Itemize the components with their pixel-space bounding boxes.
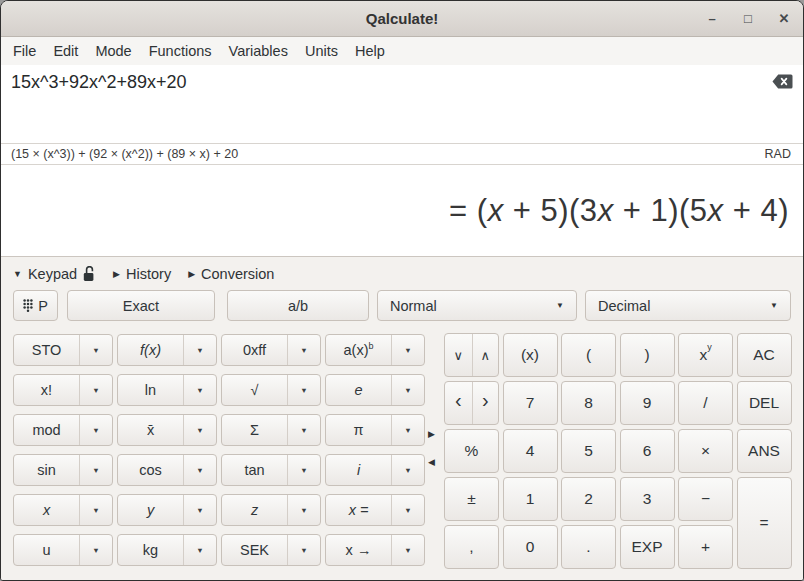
keypad-button-unit-sek[interactable]: SEK▼	[221, 534, 321, 566]
keypad-button-factorial-label[interactable]: x!	[14, 375, 79, 405]
keypad-button-mod[interactable]: mod▼	[13, 414, 113, 446]
keypad-button-paren-open[interactable]: (	[561, 333, 616, 377]
keypad-button-pi[interactable]: π▼	[325, 414, 425, 446]
keypad-button-mod-label[interactable]: mod	[14, 415, 79, 445]
keypad-button-sum-dropdown-icon[interactable]: ▼	[287, 415, 320, 445]
keypad-split-left-right[interactable]: ‹›	[444, 381, 499, 425]
keypad-button-hex-0xff-label[interactable]: 0xff	[222, 335, 287, 365]
keypad-button-pi-label[interactable]: π	[326, 415, 391, 445]
expression-input[interactable]: 15x^3+92x^2+89x+20	[1, 65, 803, 143]
keypad-button-sin-dropdown-icon[interactable]: ▼	[79, 455, 112, 485]
minimize-icon[interactable]: –	[701, 8, 723, 30]
keypad-button-var-x[interactable]: x▼	[13, 494, 113, 526]
keypad-button-ac[interactable]: AC	[737, 333, 792, 377]
keypad-button-2[interactable]: 2	[561, 477, 616, 521]
keypad-button-a-x-pow-b-dropdown-icon[interactable]: ▼	[391, 335, 424, 365]
keypad-button-factorial-dropdown-icon[interactable]: ▼	[79, 375, 112, 405]
history-expander[interactable]: ▶ History	[113, 266, 171, 282]
conversion-expander[interactable]: ▶ Conversion	[188, 266, 274, 282]
keypad-button-sqrt-label[interactable]: √	[222, 375, 287, 405]
keypad-button-var-z[interactable]: z▼	[221, 494, 321, 526]
keypad-button-unit-kg[interactable]: kg▼	[117, 534, 217, 566]
keypad-button-var-x-label[interactable]: x	[14, 495, 79, 525]
keypad-button-hex-0xff-dropdown-icon[interactable]: ▼	[287, 335, 320, 365]
keypad-button-var-x-dropdown-icon[interactable]: ▼	[79, 495, 112, 525]
keypad-expander[interactable]: ▼ Keypad	[13, 266, 96, 282]
keypad-button-7[interactable]: 7	[503, 381, 558, 425]
keypad-button-x-to-label[interactable]: x →	[326, 535, 391, 565]
keypad-button-unit-sek-dropdown-icon[interactable]: ▼	[287, 535, 320, 565]
keypad-split-down-up[interactable]: ∨∧	[444, 333, 499, 377]
keypad-button-4[interactable]: 4	[503, 429, 558, 473]
backspace-icon[interactable]	[772, 74, 793, 89]
keypad-button-plus-minus[interactable]: ±	[444, 477, 499, 521]
keypad-button-var-y-dropdown-icon[interactable]: ▼	[183, 495, 216, 525]
number-base-dropdown[interactable]: Decimal ▼	[585, 290, 791, 321]
menu-file[interactable]: File	[11, 41, 38, 61]
keypad-button-i-dropdown-icon[interactable]: ▼	[391, 455, 424, 485]
keypad-button-down[interactable]: ∨	[445, 334, 472, 376]
keypad-button-x-equals-dropdown-icon[interactable]: ▼	[391, 495, 424, 525]
keypad-button-sqrt[interactable]: √▼	[221, 374, 321, 406]
keypad-button-0[interactable]: 0	[503, 525, 558, 569]
fraction-toggle-button[interactable]: a/b	[227, 290, 369, 321]
display-mode-dropdown[interactable]: Normal ▼	[377, 290, 577, 321]
keypad-button-sto-dropdown-icon[interactable]: ▼	[79, 335, 112, 365]
keypad-button-unit-u[interactable]: u▼	[13, 534, 113, 566]
keypad-button-del[interactable]: DEL	[737, 381, 792, 425]
keypad-button-9[interactable]: 9	[620, 381, 675, 425]
keypad-button-mean[interactable]: x̄▼	[117, 414, 217, 446]
keypad-button-unit-u-dropdown-icon[interactable]: ▼	[79, 535, 112, 565]
keypad-button-right[interactable]: ›	[472, 382, 499, 424]
keypad-button-3[interactable]: 3	[620, 477, 675, 521]
keypad-button-cos-dropdown-icon[interactable]: ▼	[183, 455, 216, 485]
keypad-button-x-equals[interactable]: x =▼	[325, 494, 425, 526]
menu-units[interactable]: Units	[303, 41, 340, 61]
keypad-button-x-to[interactable]: x →▼	[325, 534, 425, 566]
keypad-button-i[interactable]: i▼	[325, 454, 425, 486]
keypad-button-plus[interactable]: +	[678, 525, 733, 569]
keypad-button-unit-kg-dropdown-icon[interactable]: ▼	[183, 535, 216, 565]
keypad-button-percent[interactable]: %	[444, 429, 499, 473]
keypad-button-divide[interactable]: /	[678, 381, 733, 425]
menu-help[interactable]: Help	[353, 41, 387, 61]
menu-mode[interactable]: Mode	[93, 41, 133, 61]
pane-handle-right-icon[interactable]: ▶	[428, 430, 435, 439]
keypad-button-multiply[interactable]: ×	[678, 429, 733, 473]
keypad-button-sqrt-dropdown-icon[interactable]: ▼	[287, 375, 320, 405]
keypad-button-5[interactable]: 5	[561, 429, 616, 473]
programming-keypad-button[interactable]: P	[13, 290, 58, 321]
keypad-button-exp[interactable]: EXP	[620, 525, 675, 569]
keypad-button-hex-0xff[interactable]: 0xff▼	[221, 334, 321, 366]
keypad-button-factorial[interactable]: x!▼	[13, 374, 113, 406]
keypad-button-mod-dropdown-icon[interactable]: ▼	[79, 415, 112, 445]
keypad-button-unit-sek-label[interactable]: SEK	[222, 535, 287, 565]
keypad-button-f-x-dropdown-icon[interactable]: ▼	[183, 335, 216, 365]
menu-variables[interactable]: Variables	[227, 41, 290, 61]
keypad-button-paren-close[interactable]: )	[620, 333, 675, 377]
pane-handle-left-icon[interactable]: ◀	[428, 458, 435, 467]
keypad-button-tan-label[interactable]: tan	[222, 455, 287, 485]
keypad-button-var-y-label[interactable]: y	[118, 495, 183, 525]
keypad-button-x-pow-y[interactable]: xy	[678, 333, 733, 377]
keypad-button-sto[interactable]: STO▼	[13, 334, 113, 366]
keypad-button-ln-dropdown-icon[interactable]: ▼	[183, 375, 216, 405]
keypad-button-up[interactable]: ∧	[472, 334, 499, 376]
keypad-button-left[interactable]: ‹	[445, 382, 472, 424]
history-expander-label[interactable]: History	[126, 266, 171, 282]
keypad-button-6[interactable]: 6	[620, 429, 675, 473]
keypad-button-cos-label[interactable]: cos	[118, 455, 183, 485]
keypad-button-a-x-pow-b[interactable]: a(x)b▼	[325, 334, 425, 366]
keypad-button-minus[interactable]: −	[678, 477, 733, 521]
lock-open-icon[interactable]	[83, 266, 96, 282]
maximize-icon[interactable]: □	[737, 8, 759, 30]
keypad-button-sum-label[interactable]: Σ	[222, 415, 287, 445]
keypad-button-a-x-pow-b-label[interactable]: a(x)b	[326, 335, 391, 365]
keypad-button-f-x-label[interactable]: f(x)	[118, 335, 183, 365]
keypad-button-equals[interactable]: =	[737, 477, 792, 569]
keypad-button-unit-u-label[interactable]: u	[14, 535, 79, 565]
close-icon[interactable]: ✕	[773, 8, 795, 30]
keypad-button-comma[interactable]: ,	[444, 525, 499, 569]
keypad-button-x-equals-label[interactable]: x =	[326, 495, 391, 525]
keypad-button-8[interactable]: 8	[561, 381, 616, 425]
